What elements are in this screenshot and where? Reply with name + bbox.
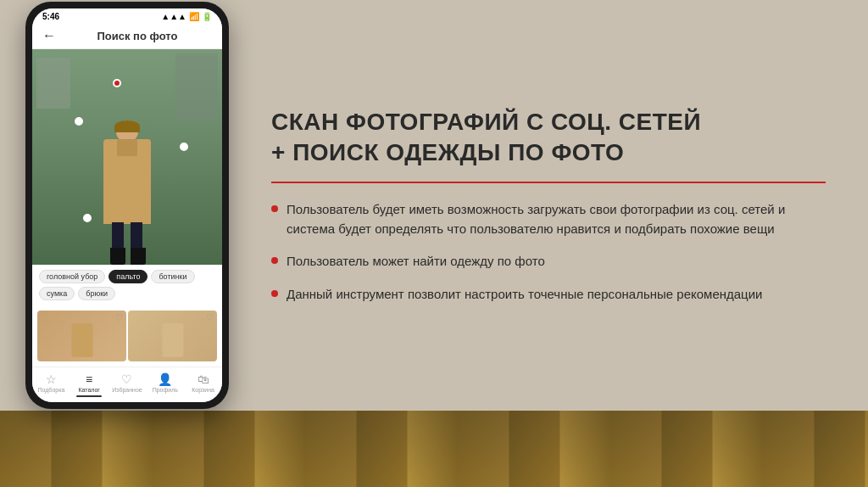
nav-label-selection: Подборка <box>38 387 65 393</box>
bullet-text-2: Пользователь может найти одежду по фото <box>287 252 826 271</box>
bullet-item-1: Пользователь будет иметь возможность заг… <box>271 200 826 238</box>
nav-label-cart: Корзина <box>192 387 214 393</box>
bullet-points-list: Пользователь будет иметь возможность заг… <box>271 200 826 304</box>
wifi-icon: 📶 <box>189 12 199 21</box>
nav-label-profile: Профиль <box>153 387 178 393</box>
person-silhouette <box>93 120 161 265</box>
nav-item-cart[interactable]: 🛍 Корзина <box>184 372 222 397</box>
photo-search-area <box>32 49 222 265</box>
tag-boots[interactable]: ботинки <box>151 270 194 283</box>
nav-label-catalog: Каталог <box>78 387 99 393</box>
building-element <box>36 58 70 109</box>
nav-label-favorites: Избранное <box>112 387 142 393</box>
left-boot <box>110 248 125 265</box>
tag-headwear[interactable]: головной убор <box>39 270 105 283</box>
favorite-icon-1[interactable]: ♡ <box>115 313 123 322</box>
cart-icon: 🛍 <box>198 372 209 386</box>
status-bar: 5:46 ▲▲▲ 📶 🔋 <box>32 8 222 23</box>
product-1-coat <box>71 323 92 357</box>
product-thumb-1[interactable]: ♡ <box>37 311 126 361</box>
building-element-2 <box>175 53 218 121</box>
favorites-icon: ♡ <box>121 372 132 386</box>
detection-dot-coat-left <box>75 117 83 126</box>
back-arrow-icon[interactable]: ← <box>42 28 56 43</box>
product-results-area: ♡ ♡ <box>32 305 222 367</box>
clothing-tags-area: головной убор пальто ботинки сумка брюки <box>32 265 222 305</box>
nav-item-selection[interactable]: ☆ Подборка <box>32 372 70 397</box>
nav-item-favorites[interactable]: ♡ Избранное <box>108 372 147 397</box>
bullet-item-3: Данный инструмент позволит настроить точ… <box>271 285 826 305</box>
bullet-item-2: Пользователь может найти одежду по фото <box>271 252 826 271</box>
right-boot <box>131 248 146 265</box>
hair <box>114 120 140 132</box>
screen-title: Поиск по фото <box>63 30 212 42</box>
status-time: 5:46 <box>42 12 59 21</box>
active-indicator <box>76 395 102 397</box>
battery-icon: 🔋 <box>202 12 212 21</box>
top-navigation-bar: ← Поиск по фото <box>32 23 222 49</box>
slide-title: СКАН ФОТОГРАФИЙ С СОЦ. СЕТЕЙ + ПОИСК ОДЕ… <box>271 107 826 169</box>
phone-screen: 5:46 ▲▲▲ 📶 🔋 ← Поиск по фото <box>32 8 222 402</box>
bullet-text-1: Пользователь будет иметь возможность заг… <box>287 200 826 238</box>
signal-icon: ▲▲▲ <box>161 12 186 21</box>
collar <box>117 139 137 156</box>
floor-decoration <box>0 411 868 487</box>
bullet-dot-1 <box>271 205 278 212</box>
bottom-navigation: ☆ Подборка ≡ Каталог ♡ Избранное 👤 П <box>32 367 222 402</box>
product-2-coat <box>162 323 183 357</box>
slide-content: СКАН ФОТОГРАФИЙ С СОЦ. СЕТЕЙ + ПОИСК ОДЕ… <box>254 98 843 313</box>
product-thumb-2[interactable]: ♡ <box>128 311 217 361</box>
status-icons: ▲▲▲ 📶 🔋 <box>161 12 212 21</box>
phone-mockup: 5:46 ▲▲▲ 📶 🔋 ← Поиск по фото <box>25 2 229 409</box>
detection-dot-head <box>113 79 121 87</box>
detection-dot-coat-right <box>180 143 188 151</box>
nav-item-catalog[interactable]: ≡ Каталог <box>70 372 108 397</box>
selection-icon: ☆ <box>46 372 57 386</box>
bullet-dot-3 <box>271 290 278 297</box>
tag-bag[interactable]: сумка <box>39 287 75 300</box>
bullet-text-3: Данный инструмент позволит настроить точ… <box>287 285 826 305</box>
favorite-icon-2[interactable]: ♡ <box>206 313 214 322</box>
title-divider <box>271 182 826 183</box>
bullet-dot-2 <box>271 257 278 264</box>
main-content: 5:46 ▲▲▲ 📶 🔋 ← Поиск по фото <box>0 0 868 411</box>
tag-pants[interactable]: брюки <box>78 287 115 300</box>
catalog-icon: ≡ <box>86 372 92 386</box>
profile-icon: 👤 <box>158 372 172 386</box>
tag-coat[interactable]: пальто <box>108 270 147 283</box>
nav-item-profile[interactable]: 👤 Профиль <box>146 372 184 397</box>
phone-frame: 5:46 ▲▲▲ 📶 🔋 ← Поиск по фото <box>25 2 229 409</box>
detection-dot-pants <box>83 214 92 222</box>
